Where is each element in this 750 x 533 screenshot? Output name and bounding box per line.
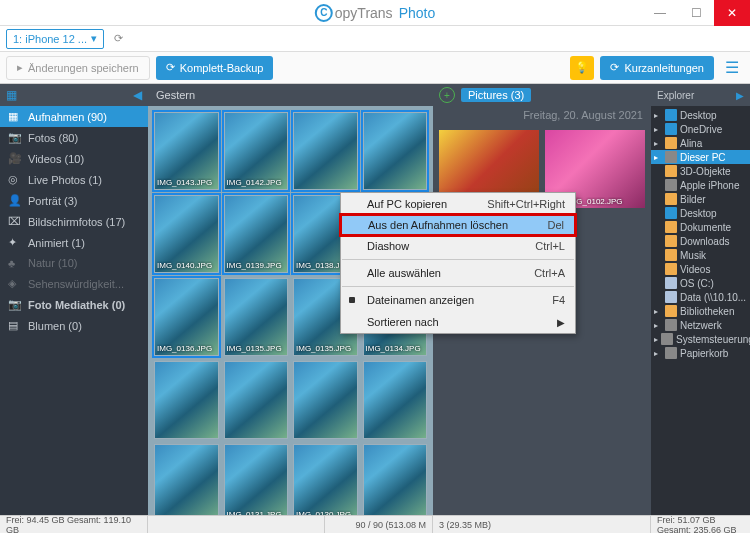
thumb-label: IMG_0143.JPG [157,178,216,187]
folder-icon [665,109,677,121]
tree-node[interactable]: Data (\\10.10... [651,290,750,304]
context-select-all[interactable]: Alle auswählen Ctrl+A [341,262,575,284]
animated-icon: ✦ [8,236,22,249]
save-changes-button[interactable]: ▸ Änderungen speichern [6,56,150,80]
folder-icon: ▤ [8,319,22,332]
device-thumb[interactable] [363,444,428,515]
chevron-right-icon[interactable]: ▶ [736,90,744,101]
sidebar-item[interactable]: 👤Porträt (3) [0,190,148,211]
tree-node[interactable]: Musik [651,248,750,262]
tip-button[interactable]: 💡 [570,56,594,80]
folder-icon [665,193,677,205]
device-thumb[interactable]: IMG_0139.JPG [224,195,289,273]
tree-node-label: Data (\\10.10... [680,292,746,303]
sidebar-item[interactable]: ✦Animiert (1) [0,232,148,253]
device-thumb[interactable]: IMG_0130.JPG [293,444,358,515]
full-backup-button[interactable]: ⟳ Komplett-Backup [156,56,274,80]
add-button[interactable]: + [439,87,455,103]
menu-shortcut: Shift+Ctrl+Right [487,198,565,210]
device-thumb[interactable] [224,361,289,439]
context-show-filenames[interactable]: Dateinamen anzeigen F4 [341,289,575,311]
sidebar-item[interactable]: 🎥Videos (10) [0,148,148,169]
tree-node-label: OS (C:) [680,278,714,289]
tree-node-label: 3D-Objekte [680,166,731,177]
save-icon: ▸ [17,61,23,74]
live-icon: ◎ [8,173,22,186]
titlebar: C opyTrans Photo — ☐ ✕ [0,0,750,26]
status-pc-storage: Frei: 51.07 GB Gesamt: 235.66 GB [651,516,750,533]
tree-node[interactable]: ▸Netzwerk [651,318,750,332]
tree-node-label: Systemsteuerung [676,334,750,345]
portrait-icon: 👤 [8,194,22,207]
tree-node[interactable]: ▸Dieser PC [651,150,750,164]
context-slideshow[interactable]: Diashow Ctrl+L [341,235,575,257]
device-thumb[interactable]: IMG_0143.JPG [154,112,219,190]
app-title: C opyTrans Photo [315,4,435,22]
tree-node-label: Dokumente [680,222,731,233]
device-thumb[interactable]: IMG_0140.JPG [154,195,219,273]
tree-node[interactable]: Desktop [651,206,750,220]
device-thumb[interactable] [363,361,428,439]
device-label: 1: iPhone 12 ... [13,33,87,45]
app-title-1: opyTrans [335,5,393,21]
maximize-button[interactable]: ☐ [678,0,714,26]
sidebar-item[interactable]: ◈Sehenswürdigkeit... [0,273,148,294]
tree-node[interactable]: ▸Systemsteuerung [651,332,750,346]
tree-node-label: Desktop [680,110,717,121]
menu-button[interactable]: ☰ [720,56,744,80]
sidebar-item[interactable]: ⌧Bildschirmfotos (17) [0,211,148,232]
tree-node[interactable]: ▸Desktop [651,108,750,122]
context-sort-by[interactable]: Sortieren nach ▶ [341,311,575,333]
tree-node[interactable]: Bilder [651,192,750,206]
context-menu: Auf PC kopieren Shift+Ctrl+Right Aus den… [340,192,576,334]
minimize-button[interactable]: — [642,0,678,26]
device-selector[interactable]: 1: iPhone 12 ... ▾ [6,29,104,49]
device-thumb[interactable] [154,361,219,439]
sidebar-item[interactable]: 📷Fotos (80) [0,127,148,148]
tree-node[interactable]: ▸OneDrive [651,122,750,136]
context-delete-from-camera[interactable]: Aus den Aufnahmen löschen Del [340,214,576,236]
folder-icon [665,319,677,331]
tree-node[interactable]: ▸Alina [651,136,750,150]
sidebar-item-label: Sehenswürdigkeit... [28,278,124,290]
guides-label: Kurzanleitungen [624,62,704,74]
sidebar-item[interactable]: 📷Foto Mediathek (0) [0,294,148,315]
close-button[interactable]: ✕ [714,0,750,26]
explorer-head: Explorer ▶ [651,84,750,106]
device-thumb[interactable]: IMG_0135.JPG [224,278,289,356]
library-icon: 📷 [8,298,22,311]
folder-icon [665,235,677,247]
sidebar-item[interactable]: ▦Aufnahmen (90) [0,106,148,127]
tree-node[interactable]: Apple iPhone [651,178,750,192]
device-thumb[interactable] [293,112,358,190]
sidebar-item[interactable]: ◎Live Photos (1) [0,169,148,190]
chevron-left-icon[interactable]: ◀ [133,88,142,102]
tree-node[interactable]: Videos [651,262,750,276]
refresh-button[interactable]: ⟳ [108,29,128,49]
tree-node[interactable]: ▸Papierkorb [651,346,750,360]
expand-icon: ▸ [654,139,662,148]
folder-icon [665,123,677,135]
tree-node[interactable]: ▸Bibliotheken [651,304,750,318]
sidebar-item-label: Blumen (0) [28,320,82,332]
sidebar-item[interactable]: ♣Natur (10) [0,253,148,273]
device-thumb[interactable] [363,112,428,190]
tree-node[interactable]: OS (C:) [651,276,750,290]
explorer-tab-label[interactable]: Explorer [657,90,694,101]
sidebar-item[interactable]: ▤Blumen (0) [0,315,148,336]
device-thumb[interactable]: IMG_0136.JPG [154,278,219,356]
tree-node[interactable]: Dokumente [651,220,750,234]
sidebar-item-label: Foto Mediathek (0) [28,299,125,311]
device-thumb[interactable] [293,361,358,439]
pictures-pill[interactable]: Pictures (3) [461,88,531,102]
device-thumb[interactable]: IMG_0142.JPG [224,112,289,190]
device-thumb[interactable] [154,444,219,515]
tree-node-label: Netzwerk [680,320,722,331]
sidebar-item-label: Porträt (3) [28,195,78,207]
folder-icon [661,333,673,345]
quickguides-button[interactable]: ⟳ Kurzanleitungen [600,56,714,80]
context-copy-to-pc[interactable]: Auf PC kopieren Shift+Ctrl+Right [341,193,575,215]
device-thumb[interactable]: IMG_0131.JPG [224,444,289,515]
tree-node[interactable]: Downloads [651,234,750,248]
tree-node[interactable]: 3D-Objekte [651,164,750,178]
